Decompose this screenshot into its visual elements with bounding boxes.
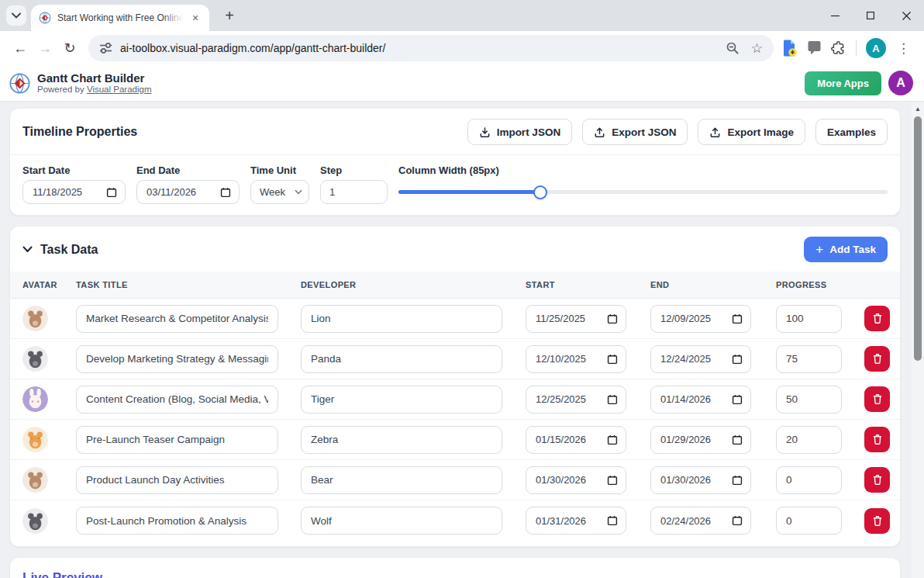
task-end-date-input[interactable]: 02/24/2026 <box>650 507 751 535</box>
delete-task-button[interactable] <box>864 427 890 452</box>
task-end-date-input[interactable]: 01/30/2026 <box>650 466 751 494</box>
developer-input[interactable] <box>301 305 502 333</box>
end-date-input[interactable]: 03/11/2026 <box>136 180 240 204</box>
progress-input[interactable] <box>776 466 842 494</box>
delete-task-button[interactable] <box>864 306 890 331</box>
calendar-icon[interactable] <box>732 394 743 405</box>
task-avatar-wolf[interactable] <box>22 508 48 534</box>
task-end-date-input[interactable]: 01/29/2026 <box>650 426 751 454</box>
progress-input[interactable] <box>776 345 842 373</box>
developer-input[interactable] <box>301 386 502 414</box>
task-start-date-input[interactable]: 12/10/2025 <box>526 345 626 373</box>
calendar-icon[interactable] <box>607 434 618 445</box>
task-start-date-input[interactable]: 01/30/2026 <box>526 466 626 494</box>
site-settings-icon[interactable] <box>99 43 112 54</box>
bookmark-star-icon[interactable]: ☆ <box>751 42 763 55</box>
calendar-icon[interactable] <box>732 354 743 365</box>
calendar-icon[interactable] <box>607 394 618 405</box>
zoom-icon[interactable] <box>726 41 740 55</box>
browser-menu-icon[interactable]: ⋮ <box>894 40 913 57</box>
calendar-icon[interactable] <box>220 187 231 198</box>
task-avatar-rabbit[interactable] <box>22 386 48 412</box>
user-avatar[interactable]: A <box>888 71 913 95</box>
trash-icon <box>872 515 883 527</box>
import-json-button[interactable]: Import JSON <box>467 119 573 145</box>
start-date-input[interactable]: 11/18/2025 <box>22 180 126 204</box>
calendar-icon[interactable] <box>732 313 743 324</box>
progress-input[interactable] <box>776 507 842 535</box>
time-unit-select[interactable]: Week <box>250 180 309 204</box>
task-title-input[interactable] <box>76 386 278 414</box>
calendar-icon[interactable] <box>607 313 618 324</box>
developer-input[interactable] <box>301 345 502 373</box>
task-avatar-wolf[interactable] <box>22 346 48 372</box>
main-content: Timeline Properties Import JSON Export J… <box>0 102 924 578</box>
address-bar[interactable]: ai-toolbox.visual-paradigm.com/app/gantt… <box>88 35 774 61</box>
step-input[interactable] <box>320 180 388 204</box>
task-title-input[interactable] <box>76 466 278 494</box>
export-image-button[interactable]: Export Image <box>698 119 805 145</box>
column-width-slider[interactable] <box>398 180 888 204</box>
task-end-date-input[interactable]: 12/09/2025 <box>650 305 751 333</box>
tab-search-button[interactable] <box>6 5 26 26</box>
developer-input[interactable] <box>301 466 502 494</box>
calendar-icon[interactable] <box>732 434 743 445</box>
progress-input[interactable] <box>776 426 842 454</box>
task-start-date-input[interactable]: 01/15/2026 <box>526 426 626 454</box>
task-avatar-bear[interactable] <box>22 306 48 331</box>
examples-button[interactable]: Examples <box>815 119 888 145</box>
task-avatar-tiger[interactable] <box>22 427 48 452</box>
developer-input[interactable] <box>301 507 502 535</box>
task-avatar-bear[interactable] <box>22 467 48 493</box>
more-apps-button[interactable]: More Apps <box>805 71 881 95</box>
progress-input[interactable] <box>776 305 842 333</box>
scrollbar-up-arrow[interactable]: ▲ <box>912 102 924 115</box>
task-title-input[interactable] <box>76 507 278 535</box>
chat-extension-icon[interactable] <box>806 40 822 57</box>
add-task-button[interactable]: + Add Task <box>804 237 888 262</box>
collapse-chevron-icon[interactable] <box>22 246 33 253</box>
new-tab-button[interactable]: + <box>220 7 239 25</box>
task-title-input[interactable] <box>76 426 278 454</box>
scrollbar-thumb[interactable] <box>914 116 922 361</box>
calendar-icon[interactable] <box>106 187 117 198</box>
download-extension-icon[interactable] <box>780 39 798 57</box>
task-end-date-input[interactable]: 01/14/2026 <box>650 386 751 414</box>
task-start-date-input[interactable]: 11/25/2025 <box>526 305 626 333</box>
slider-track[interactable] <box>398 190 888 194</box>
browser-profile-avatar[interactable]: A <box>866 38 886 58</box>
url-text[interactable]: ai-toolbox.visual-paradigm.com/app/gantt… <box>120 42 726 54</box>
calendar-icon[interactable] <box>607 515 618 526</box>
delete-task-button[interactable] <box>864 346 890 372</box>
progress-input[interactable] <box>776 386 842 414</box>
task-title-input[interactable] <box>76 305 278 333</box>
delete-task-button[interactable] <box>864 467 890 493</box>
task-start-date-input[interactable]: 12/25/2025 <box>526 386 626 414</box>
minimize-button[interactable] <box>817 0 853 31</box>
tab-close-icon[interactable]: × <box>189 12 202 24</box>
back-icon[interactable]: ← <box>8 36 33 61</box>
column-width-slider-thumb[interactable] <box>533 185 547 199</box>
calendar-icon[interactable] <box>732 475 743 486</box>
browser-tab[interactable]: Start Working with Free Online × <box>31 5 209 31</box>
page-scrollbar[interactable]: ▲ <box>912 102 924 578</box>
calendar-icon[interactable] <box>607 354 618 365</box>
chevron-down-icon <box>12 12 21 19</box>
delete-task-button[interactable] <box>864 386 890 412</box>
reload-icon[interactable]: ↻ <box>57 36 82 61</box>
delete-task-button[interactable] <box>864 508 890 534</box>
app-logo <box>9 73 30 94</box>
visual-paradigm-link[interactable]: Visual Paradigm <box>87 85 152 94</box>
export-upload-icon <box>709 126 721 138</box>
close-button[interactable] <box>888 0 924 31</box>
extensions-puzzle-icon[interactable] <box>830 40 846 57</box>
calendar-icon[interactable] <box>607 475 618 486</box>
export-json-button[interactable]: Export JSON <box>582 119 688 145</box>
task-end-date-input[interactable]: 12/24/2025 <box>650 345 751 373</box>
calendar-icon[interactable] <box>732 515 743 526</box>
maximize-button[interactable] <box>853 0 888 31</box>
forward-icon[interactable]: → <box>33 36 57 61</box>
developer-input[interactable] <box>301 426 502 454</box>
task-start-date-input[interactable]: 01/31/2026 <box>526 507 626 535</box>
task-title-input[interactable] <box>76 345 278 373</box>
